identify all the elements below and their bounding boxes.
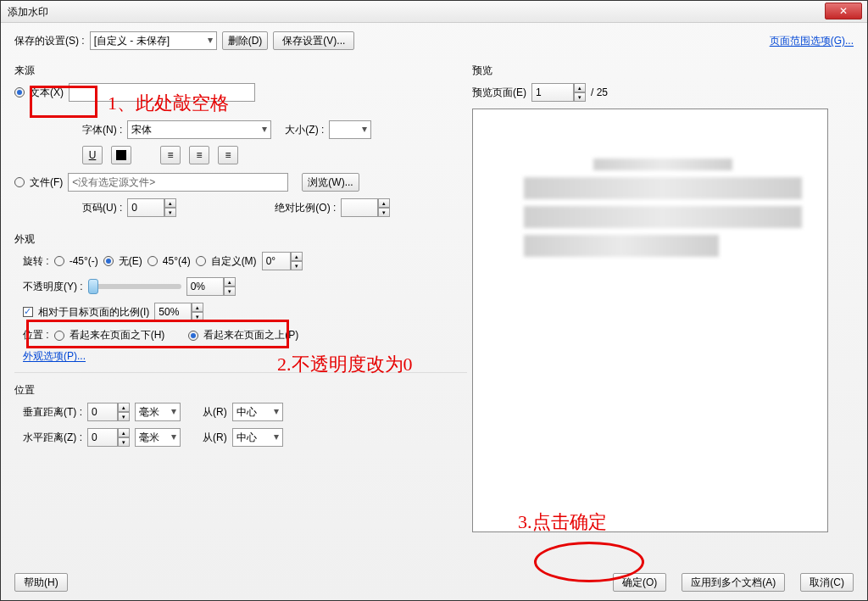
file-radio-label: 文件(F)	[30, 175, 63, 190]
save-settings-button[interactable]: 保存设置(V)...	[273, 31, 354, 50]
close-button[interactable]: ✕	[825, 3, 862, 19]
hfrom-select[interactable]: 中心	[232, 428, 283, 447]
placement-group-title: 位置	[14, 383, 467, 398]
window-title: 添加水印	[8, 6, 48, 18]
opacity-slider[interactable]	[88, 284, 181, 289]
rot-custom-radio[interactable]	[196, 256, 206, 266]
preview-document-content	[524, 152, 802, 287]
hfrom-label: 从(R)	[203, 431, 227, 445]
browse-button[interactable]: 浏览(W)...	[302, 173, 359, 192]
apply-multiple-button[interactable]: 应用到多个文档(A)	[682, 573, 785, 592]
vfrom-label: 从(R)	[203, 405, 227, 420]
vfrom-select[interactable]: 中心	[232, 403, 283, 421]
rot-none-radio[interactable]	[103, 256, 114, 266]
vdist-label: 垂直距离(T) :	[23, 405, 82, 420]
preview-page-spinner[interactable]: ▴▾	[531, 83, 586, 102]
rotate-label: 旋转 :	[23, 254, 49, 269]
font-select[interactable]: 宋体	[127, 120, 271, 139]
saved-settings-select[interactable]: [自定义 - 未保存]	[90, 31, 217, 50]
page-num-label: 页码(U) :	[82, 201, 122, 215]
appearance-options-link[interactable]: 外观选项(P)...	[23, 349, 86, 364]
underline-icon[interactable]: U	[82, 146, 103, 164]
file-radio[interactable]	[14, 177, 25, 187]
rot-custom-spinner[interactable]: ▴▾	[262, 252, 303, 270]
hdist-unit-select[interactable]: 毫米	[135, 428, 181, 447]
align-left-icon[interactable]: ≡	[160, 146, 181, 164]
rot-45-radio[interactable]	[147, 256, 158, 266]
preview-group-title: 预览	[472, 64, 854, 78]
titlebar: 添加水印 ✕	[1, 1, 867, 23]
text-color-icon[interactable]	[111, 146, 131, 164]
appearance-group-title: 外观	[14, 232, 467, 247]
page-num-spinner[interactable]: ▴▾	[127, 198, 176, 217]
size-select[interactable]	[329, 120, 371, 139]
behind-radio[interactable]	[54, 331, 64, 341]
saved-settings-label: 保存的设置(S) :	[14, 34, 85, 48]
cancel-button[interactable]: 取消(C)	[800, 573, 854, 592]
rot-neg45-radio[interactable]	[54, 256, 64, 266]
text-radio[interactable]	[14, 87, 25, 97]
preview-page-total: / 25	[591, 86, 608, 98]
font-label: 字体(N) :	[82, 123, 122, 137]
dialog-add-watermark: 添加水印 ✕ 保存的设置(S) : [自定义 - 未保存] 删除(D) 保存设置…	[0, 0, 868, 601]
text-radio-label: 文本(X)	[30, 86, 64, 100]
preview-page-label: 预览页面(E)	[472, 86, 526, 100]
relative-scale-label: 相对于目标页面的比例(I)	[38, 305, 149, 320]
relative-scale-checkbox[interactable]	[23, 307, 33, 317]
align-right-icon[interactable]: ≡	[218, 146, 238, 164]
size-label: 大小(Z) :	[285, 123, 324, 137]
relative-scale-spinner[interactable]: ▴▾	[154, 303, 203, 321]
file-source-input[interactable]	[68, 173, 288, 192]
ok-button[interactable]: 确定(O)	[613, 573, 666, 592]
vdist-spinner[interactable]: ▴▾	[87, 403, 130, 421]
help-button[interactable]: 帮助(H)	[14, 573, 68, 592]
preview-canvas	[472, 109, 828, 532]
abs-scale-spinner[interactable]: ▴▾	[341, 198, 390, 217]
align-center-icon[interactable]: ≡	[189, 146, 209, 164]
page-range-link[interactable]: 页面范围选项(G)...	[770, 34, 854, 48]
position-label: 位置 :	[23, 328, 49, 342]
vdist-unit-select[interactable]: 毫米	[135, 403, 181, 421]
source-group-title: 来源	[14, 64, 467, 78]
hdist-label: 水平距离(Z) :	[23, 431, 82, 445]
watermark-text-input[interactable]	[69, 83, 255, 102]
above-radio[interactable]	[188, 331, 198, 341]
hdist-spinner[interactable]: ▴▾	[87, 428, 130, 447]
delete-button[interactable]: 删除(D)	[222, 31, 269, 50]
opacity-spinner[interactable]: ▴▾	[186, 277, 236, 296]
opacity-label: 不透明度(Y) :	[23, 280, 83, 294]
abs-scale-label: 绝对比例(O) :	[275, 201, 336, 215]
